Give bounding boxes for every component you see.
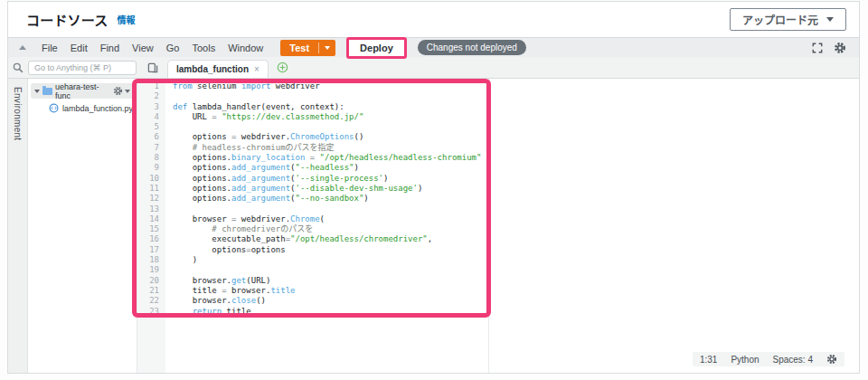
code-line[interactable]: options.binary_location = "/opt/headless…: [173, 153, 859, 163]
code-line[interactable]: options=options: [173, 245, 859, 255]
code-line[interactable]: options.add_argument('--disable-dev-shm-…: [173, 184, 859, 194]
gutter-line-number[interactable]: 16: [137, 234, 159, 244]
gutter-line-number[interactable]: 22: [137, 296, 159, 306]
search-icon[interactable]: [8, 62, 28, 73]
fullscreen-icon[interactable]: [812, 43, 823, 53]
upload-from-button[interactable]: アップロード元: [730, 8, 846, 31]
gutter-line-number[interactable]: 14: [137, 214, 159, 224]
tab-label: lambda_function: [176, 64, 249, 74]
collapse-menubar-icon[interactable]: [19, 45, 26, 50]
deploy-button[interactable]: Deploy: [349, 40, 404, 56]
code-line[interactable]: [173, 91, 859, 101]
code-lines[interactable]: from selenium import webdriverdef lambda…: [165, 79, 859, 373]
tab-lambda-function[interactable]: lambda_function ×: [167, 60, 269, 78]
tree-folder-row[interactable]: uehara-test-func: [31, 83, 134, 99]
gutter-line-number[interactable]: 4: [137, 112, 159, 122]
tab-close-icon[interactable]: ×: [254, 64, 259, 74]
info-link[interactable]: 情報: [117, 13, 135, 26]
test-button[interactable]: Test: [280, 40, 335, 56]
goto-anything-input[interactable]: [28, 61, 137, 75]
code-line[interactable]: URL = "https://dev.classmethod.jp/": [173, 112, 859, 122]
gutter-line-number[interactable]: 23: [137, 307, 159, 317]
gutter-line-number[interactable]: 17: [137, 245, 159, 255]
editor-gutter: 1234567891011121314151617181920212223: [137, 79, 165, 373]
editor-tabrow: lambda_function ×: [8, 57, 859, 79]
tree-settings-gear-icon[interactable]: [113, 86, 130, 96]
folder-disclosure-icon[interactable]: [34, 90, 40, 93]
editor-menubar: FileEditFindViewGoToolsWindow Test Deplo…: [8, 37, 859, 57]
menu-item-tools[interactable]: Tools: [185, 43, 222, 53]
changes-not-deployed-badge: Changes not deployed: [418, 40, 526, 55]
gutter-line-number[interactable]: 2: [137, 91, 159, 101]
code-line[interactable]: options = webdriver.ChromeOptions(): [173, 132, 859, 142]
gutter-line-number[interactable]: 19: [137, 265, 159, 275]
chevron-down-icon: [125, 90, 130, 93]
language-mode[interactable]: Python: [731, 355, 759, 365]
menubar-right-icons: [812, 42, 846, 54]
code-line[interactable]: [173, 265, 859, 275]
upload-from-label: アップロード元: [742, 12, 818, 27]
gutter-line-number[interactable]: 1: [137, 81, 159, 91]
code-line[interactable]: # headless-chromiumのパスを指定: [173, 143, 859, 153]
code-line[interactable]: # chromedriverのパスを: [173, 224, 859, 234]
code-line[interactable]: [173, 204, 859, 214]
page-title: コードソース: [26, 10, 108, 29]
tree-file-row[interactable]: lambda_function.py: [28, 103, 137, 113]
annotation-highlight-deploy: Deploy: [346, 37, 407, 59]
indentation-setting[interactable]: Spaces: 4: [773, 355, 813, 365]
code-line[interactable]: title = browser.title: [173, 286, 859, 296]
file-name: lambda_function.py: [62, 104, 133, 113]
gutter-line-number[interactable]: 9: [137, 163, 159, 173]
code-line[interactable]: browser = webdriver.Chrome(: [173, 214, 859, 224]
menu-item-file[interactable]: File: [35, 43, 64, 53]
editor-main: Environment uehara-test-func: [8, 79, 859, 373]
settings-gear-icon[interactable]: [834, 42, 846, 54]
code-line[interactable]: def lambda_handler(event, context):: [173, 102, 859, 112]
gutter-line-number[interactable]: 15: [137, 224, 159, 234]
menubar-menus: FileEditFindViewGoToolsWindow: [35, 43, 269, 53]
gutter-line-number[interactable]: 13: [137, 204, 159, 214]
test-dropdown-icon[interactable]: [319, 46, 335, 50]
gutter-line-number[interactable]: 21: [137, 286, 159, 296]
tab-list-icon[interactable]: [147, 62, 158, 73]
test-button-label: Test: [280, 43, 318, 53]
environment-tab[interactable]: Environment: [13, 87, 23, 373]
gutter-line-number[interactable]: 18: [137, 255, 159, 265]
code-line[interactable]: options.add_argument("--no-sandbox"): [173, 194, 859, 204]
panel-header: コードソース 情報 アップロード元: [8, 2, 859, 37]
menu-item-window[interactable]: Window: [222, 43, 269, 53]
gutter-line-number[interactable]: 11: [137, 184, 159, 194]
code-line[interactable]: browser.close(): [173, 296, 859, 306]
code-line[interactable]: ): [173, 255, 859, 265]
statusbar-gear-icon[interactable]: [826, 354, 837, 365]
code-editor[interactable]: 1234567891011121314151617181920212223 fr…: [137, 79, 859, 373]
code-line[interactable]: executable_path="/opt/headless/chromedri…: [173, 234, 859, 244]
code-line[interactable]: from selenium import webdriver: [173, 81, 859, 91]
menu-item-find[interactable]: Find: [94, 43, 126, 53]
folder-icon: [42, 88, 52, 95]
code-line[interactable]: browser.get(URL): [173, 276, 859, 286]
file-tree: uehara-test-func lambda_function.py: [28, 79, 137, 373]
gutter-line-number[interactable]: 6: [137, 132, 159, 142]
gutter-line-number[interactable]: 10: [137, 174, 159, 184]
editor-statusbar: 1:31 Python Spaces: 4: [693, 352, 844, 366]
code-line[interactable]: options.add_argument("--headless"): [173, 163, 859, 173]
gutter-line-number[interactable]: 8: [137, 153, 159, 163]
gutter-line-number[interactable]: 3: [137, 102, 159, 112]
code-line[interactable]: options.add_argument('--single-process'): [173, 174, 859, 184]
cursor-position[interactable]: 1:31: [700, 355, 717, 365]
code-line[interactable]: return title: [173, 307, 859, 317]
chevron-down-icon: [826, 17, 834, 22]
python-file-icon: [49, 103, 59, 113]
menu-item-view[interactable]: View: [126, 43, 160, 53]
gutter-line-number[interactable]: 5: [137, 122, 159, 132]
gutter-line-number[interactable]: 7: [137, 143, 159, 153]
new-tab-icon[interactable]: [277, 62, 288, 73]
gutter-line-number[interactable]: 12: [137, 194, 159, 204]
menu-item-go[interactable]: Go: [160, 43, 186, 53]
code-line[interactable]: [173, 122, 859, 132]
code-source-panel: コードソース 情報 アップロード元 FileEditFindViewGoTool…: [7, 1, 860, 374]
menu-item-edit[interactable]: Edit: [64, 43, 94, 53]
gutter-line-number[interactable]: 20: [137, 276, 159, 286]
folder-name: uehara-test-func: [55, 82, 110, 100]
